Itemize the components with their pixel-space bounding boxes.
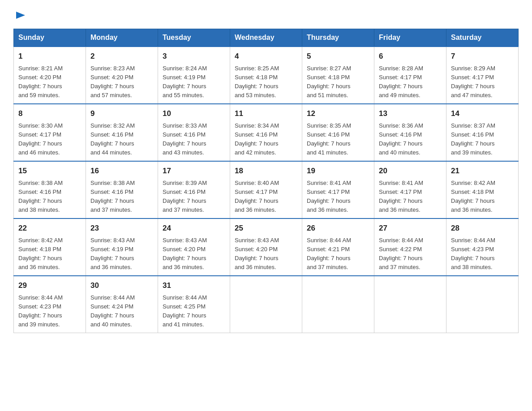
calendar-cell: 18Sunrise: 8:40 AMSunset: 4:17 PMDayligh… — [230, 161, 302, 218]
day-info: Sunrise: 8:38 AMSunset: 4:16 PMDaylight:… — [18, 179, 81, 215]
calendar-cell: 16Sunrise: 8:38 AMSunset: 4:16 PMDayligh… — [86, 161, 158, 218]
day-number: 12 — [307, 108, 369, 120]
day-number: 1 — [18, 51, 81, 62]
day-info: Sunrise: 8:33 AMSunset: 4:16 PMDaylight:… — [163, 121, 225, 158]
day-number: 4 — [235, 51, 297, 62]
day-info: Sunrise: 8:23 AMSunset: 4:20 PMDaylight:… — [90, 64, 153, 100]
calendar-cell: 27Sunrise: 8:44 AMSunset: 4:22 PMDayligh… — [374, 218, 446, 276]
weekday-header-wednesday: Wednesday — [230, 29, 302, 47]
calendar-cell: 11Sunrise: 8:34 AMSunset: 4:16 PMDayligh… — [230, 104, 302, 161]
day-number: 13 — [379, 108, 442, 120]
calendar-cell: 26Sunrise: 8:44 AMSunset: 4:21 PMDayligh… — [302, 218, 374, 276]
day-info: Sunrise: 8:43 AMSunset: 4:19 PMDaylight:… — [90, 236, 153, 272]
day-number: 10 — [163, 108, 225, 120]
day-info: Sunrise: 8:24 AMSunset: 4:19 PMDaylight:… — [163, 64, 225, 100]
logo-arrow-icon — [14, 9, 27, 21]
day-number: 27 — [379, 223, 442, 234]
day-number: 29 — [18, 280, 81, 291]
day-number: 28 — [451, 223, 514, 234]
calendar-cell: 25Sunrise: 8:43 AMSunset: 4:20 PMDayligh… — [230, 218, 302, 276]
day-number: 24 — [163, 223, 225, 234]
calendar-table: SundayMondayTuesdayWednesdayThursdayFrid… — [13, 29, 519, 333]
calendar-cell: 6Sunrise: 8:28 AMSunset: 4:17 PMDaylight… — [374, 47, 446, 104]
calendar-cell: 12Sunrise: 8:35 AMSunset: 4:16 PMDayligh… — [302, 104, 374, 161]
calendar-cell: 13Sunrise: 8:36 AMSunset: 4:16 PMDayligh… — [374, 104, 446, 161]
calendar-cell — [302, 276, 374, 333]
day-number: 31 — [163, 280, 225, 291]
day-info: Sunrise: 8:28 AMSunset: 4:17 PMDaylight:… — [379, 64, 442, 100]
day-info: Sunrise: 8:41 AMSunset: 4:17 PMDaylight:… — [379, 179, 442, 215]
weekday-header-row: SundayMondayTuesdayWednesdayThursdayFrid… — [14, 29, 519, 47]
day-number: 19 — [307, 165, 369, 177]
calendar-week-4: 22Sunrise: 8:42 AMSunset: 4:18 PMDayligh… — [14, 218, 519, 276]
weekday-header-tuesday: Tuesday — [158, 29, 230, 47]
day-info: Sunrise: 8:44 AMSunset: 4:23 PMDaylight:… — [18, 293, 81, 330]
calendar-header: SundayMondayTuesdayWednesdayThursdayFrid… — [14, 29, 519, 47]
calendar-cell: 30Sunrise: 8:44 AMSunset: 4:24 PMDayligh… — [86, 276, 158, 333]
calendar-cell: 19Sunrise: 8:41 AMSunset: 4:17 PMDayligh… — [302, 161, 374, 218]
day-info: Sunrise: 8:35 AMSunset: 4:16 PMDaylight:… — [307, 121, 369, 158]
calendar-cell: 9Sunrise: 8:32 AMSunset: 4:16 PMDaylight… — [86, 104, 158, 161]
day-number: 14 — [451, 108, 514, 120]
calendar-week-1: 1Sunrise: 8:21 AMSunset: 4:20 PMDaylight… — [14, 47, 519, 104]
day-number: 6 — [379, 51, 442, 62]
calendar-cell: 5Sunrise: 8:27 AMSunset: 4:18 PMDaylight… — [302, 47, 374, 104]
weekday-header-sunday: Sunday — [14, 29, 86, 47]
day-number: 25 — [235, 223, 297, 234]
day-info: Sunrise: 8:44 AMSunset: 4:24 PMDaylight:… — [90, 293, 153, 330]
calendar-cell: 8Sunrise: 8:30 AMSunset: 4:17 PMDaylight… — [14, 104, 86, 161]
calendar-cell: 24Sunrise: 8:43 AMSunset: 4:20 PMDayligh… — [158, 218, 230, 276]
calendar-cell: 23Sunrise: 8:43 AMSunset: 4:19 PMDayligh… — [86, 218, 158, 276]
day-info: Sunrise: 8:44 AMSunset: 4:25 PMDaylight:… — [163, 293, 225, 330]
day-info: Sunrise: 8:44 AMSunset: 4:21 PMDaylight:… — [307, 236, 369, 272]
day-number: 20 — [379, 165, 442, 177]
day-info: Sunrise: 8:38 AMSunset: 4:16 PMDaylight:… — [90, 179, 153, 215]
calendar-cell: 1Sunrise: 8:21 AMSunset: 4:20 PMDaylight… — [14, 47, 86, 104]
day-info: Sunrise: 8:21 AMSunset: 4:20 PMDaylight:… — [18, 64, 81, 100]
day-info: Sunrise: 8:25 AMSunset: 4:18 PMDaylight:… — [235, 64, 297, 100]
day-number: 3 — [163, 51, 225, 62]
svg-marker-0 — [16, 12, 25, 19]
day-number: 18 — [235, 165, 297, 177]
day-number: 15 — [18, 165, 81, 177]
calendar-cell: 7Sunrise: 8:29 AMSunset: 4:17 PMDaylight… — [446, 47, 519, 104]
weekday-header-thursday: Thursday — [302, 29, 374, 47]
weekday-header-monday: Monday — [86, 29, 158, 47]
calendar-cell: 17Sunrise: 8:39 AMSunset: 4:16 PMDayligh… — [158, 161, 230, 218]
calendar-cell: 20Sunrise: 8:41 AMSunset: 4:17 PMDayligh… — [374, 161, 446, 218]
day-info: Sunrise: 8:30 AMSunset: 4:17 PMDaylight:… — [18, 121, 81, 158]
day-number: 8 — [18, 108, 81, 120]
day-info: Sunrise: 8:44 AMSunset: 4:23 PMDaylight:… — [451, 236, 514, 272]
day-number: 2 — [90, 51, 153, 62]
day-number: 7 — [451, 51, 514, 62]
day-number: 23 — [90, 223, 153, 234]
day-info: Sunrise: 8:44 AMSunset: 4:22 PMDaylight:… — [379, 236, 442, 272]
day-info: Sunrise: 8:40 AMSunset: 4:17 PMDaylight:… — [235, 179, 297, 215]
day-number: 16 — [90, 165, 153, 177]
calendar-cell: 28Sunrise: 8:44 AMSunset: 4:23 PMDayligh… — [446, 218, 519, 276]
calendar-cell — [446, 276, 519, 333]
day-number: 30 — [90, 280, 153, 291]
calendar-body: 1Sunrise: 8:21 AMSunset: 4:20 PMDaylight… — [14, 47, 519, 333]
day-info: Sunrise: 8:36 AMSunset: 4:16 PMDaylight:… — [379, 121, 442, 158]
day-info: Sunrise: 8:41 AMSunset: 4:17 PMDaylight:… — [307, 179, 369, 215]
calendar-cell: 2Sunrise: 8:23 AMSunset: 4:20 PMDaylight… — [86, 47, 158, 104]
calendar-cell: 10Sunrise: 8:33 AMSunset: 4:16 PMDayligh… — [158, 104, 230, 161]
calendar-cell: 14Sunrise: 8:37 AMSunset: 4:16 PMDayligh… — [446, 104, 519, 161]
calendar-week-2: 8Sunrise: 8:30 AMSunset: 4:17 PMDaylight… — [14, 104, 519, 161]
day-number: 9 — [90, 108, 153, 120]
day-info: Sunrise: 8:42 AMSunset: 4:18 PMDaylight:… — [18, 236, 81, 272]
calendar-cell: 29Sunrise: 8:44 AMSunset: 4:23 PMDayligh… — [14, 276, 86, 333]
calendar-week-3: 15Sunrise: 8:38 AMSunset: 4:16 PMDayligh… — [14, 161, 519, 218]
day-info: Sunrise: 8:37 AMSunset: 4:16 PMDaylight:… — [451, 121, 514, 158]
day-number: 22 — [18, 223, 81, 234]
calendar-week-5: 29Sunrise: 8:44 AMSunset: 4:23 PMDayligh… — [14, 276, 519, 333]
calendar-cell: 3Sunrise: 8:24 AMSunset: 4:19 PMDaylight… — [158, 47, 230, 104]
calendar-cell — [374, 276, 446, 333]
day-info: Sunrise: 8:34 AMSunset: 4:16 PMDaylight:… — [235, 121, 297, 158]
calendar-cell: 22Sunrise: 8:42 AMSunset: 4:18 PMDayligh… — [14, 218, 86, 276]
day-info: Sunrise: 8:39 AMSunset: 4:16 PMDaylight:… — [163, 179, 225, 215]
calendar-cell: 31Sunrise: 8:44 AMSunset: 4:25 PMDayligh… — [158, 276, 230, 333]
day-info: Sunrise: 8:29 AMSunset: 4:17 PMDaylight:… — [451, 64, 514, 100]
day-number: 21 — [451, 165, 514, 177]
